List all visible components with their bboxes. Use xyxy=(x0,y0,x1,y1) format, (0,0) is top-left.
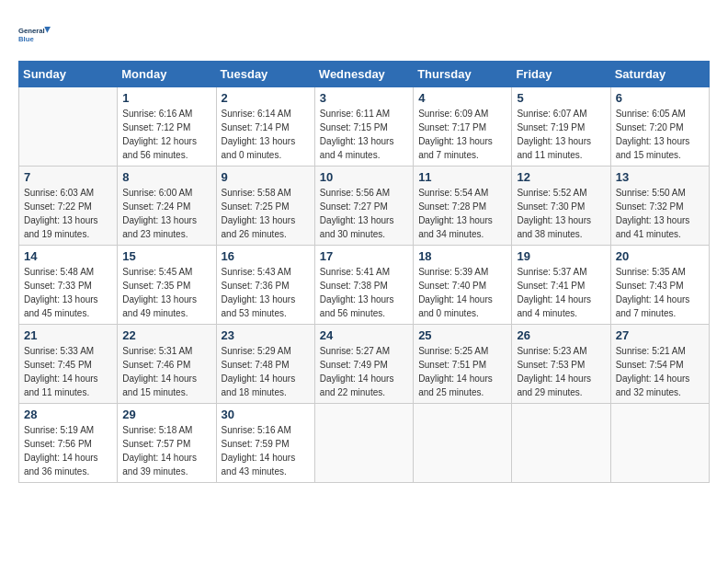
week-row-1: 1Sunrise: 6:16 AM Sunset: 7:12 PM Daylig… xyxy=(19,87,710,167)
calendar-cell: 6Sunrise: 6:05 AM Sunset: 7:20 PM Daylig… xyxy=(610,87,709,167)
day-info: Sunrise: 5:45 AM Sunset: 7:35 PM Dayligh… xyxy=(122,265,210,320)
week-row-4: 21Sunrise: 5:33 AM Sunset: 7:45 PM Dayli… xyxy=(19,325,710,404)
calendar-cell: 16Sunrise: 5:43 AM Sunset: 7:36 PM Dayli… xyxy=(216,246,314,325)
day-number: 1 xyxy=(122,91,210,105)
day-info: Sunrise: 5:18 AM Sunset: 7:57 PM Dayligh… xyxy=(122,423,210,478)
page-header: GeneralBlue xyxy=(18,18,710,52)
calendar-cell: 3Sunrise: 6:11 AM Sunset: 7:15 PM Daylig… xyxy=(314,87,413,167)
day-number: 13 xyxy=(616,170,704,184)
calendar-cell: 11Sunrise: 5:54 AM Sunset: 7:28 PM Dayli… xyxy=(414,167,512,246)
day-info: Sunrise: 6:11 AM Sunset: 7:15 PM Dayligh… xyxy=(320,107,408,162)
calendar-cell xyxy=(512,404,610,483)
day-number: 25 xyxy=(418,328,506,342)
calendar-cell: 26Sunrise: 5:23 AM Sunset: 7:53 PM Dayli… xyxy=(512,325,610,404)
day-info: Sunrise: 5:31 AM Sunset: 7:46 PM Dayligh… xyxy=(122,344,210,399)
day-info: Sunrise: 6:09 AM Sunset: 7:17 PM Dayligh… xyxy=(418,107,506,162)
calendar-cell: 28Sunrise: 5:19 AM Sunset: 7:56 PM Dayli… xyxy=(19,404,118,483)
calendar-cell: 17Sunrise: 5:41 AM Sunset: 7:38 PM Dayli… xyxy=(314,246,413,325)
logo: GeneralBlue xyxy=(18,18,55,52)
col-header-saturday: Saturday xyxy=(610,62,709,87)
calendar-cell: 10Sunrise: 5:56 AM Sunset: 7:27 PM Dayli… xyxy=(314,167,413,246)
day-info: Sunrise: 6:00 AM Sunset: 7:24 PM Dayligh… xyxy=(122,186,210,241)
calendar-cell xyxy=(19,87,118,167)
day-number: 18 xyxy=(418,249,506,263)
calendar-cell: 8Sunrise: 6:00 AM Sunset: 7:24 PM Daylig… xyxy=(118,167,216,246)
day-number: 16 xyxy=(222,249,310,263)
calendar-cell: 20Sunrise: 5:35 AM Sunset: 7:43 PM Dayli… xyxy=(610,246,709,325)
calendar-cell: 13Sunrise: 5:50 AM Sunset: 7:32 PM Dayli… xyxy=(610,167,709,246)
col-header-friday: Friday xyxy=(512,62,610,87)
day-info: Sunrise: 5:50 AM Sunset: 7:32 PM Dayligh… xyxy=(616,186,704,241)
day-number: 5 xyxy=(517,91,605,105)
header-row: SundayMondayTuesdayWednesdayThursdayFrid… xyxy=(19,62,710,87)
calendar-cell: 9Sunrise: 5:58 AM Sunset: 7:25 PM Daylig… xyxy=(216,167,314,246)
calendar-cell: 4Sunrise: 6:09 AM Sunset: 7:17 PM Daylig… xyxy=(414,87,512,167)
day-info: Sunrise: 5:58 AM Sunset: 7:25 PM Dayligh… xyxy=(222,186,310,241)
day-number: 3 xyxy=(320,91,408,105)
day-info: Sunrise: 5:23 AM Sunset: 7:53 PM Dayligh… xyxy=(517,344,605,399)
day-number: 7 xyxy=(24,170,112,184)
day-number: 8 xyxy=(122,170,210,184)
day-info: Sunrise: 5:43 AM Sunset: 7:36 PM Dayligh… xyxy=(222,265,310,320)
day-number: 6 xyxy=(616,91,704,105)
day-number: 28 xyxy=(24,408,112,421)
calendar-cell: 14Sunrise: 5:48 AM Sunset: 7:33 PM Dayli… xyxy=(19,246,118,325)
calendar-cell xyxy=(610,404,709,483)
day-number: 4 xyxy=(418,91,506,105)
day-info: Sunrise: 5:37 AM Sunset: 7:41 PM Dayligh… xyxy=(517,265,605,320)
calendar-cell: 2Sunrise: 6:14 AM Sunset: 7:14 PM Daylig… xyxy=(216,87,314,167)
day-number: 19 xyxy=(517,249,605,263)
day-number: 15 xyxy=(122,249,210,263)
day-info: Sunrise: 5:48 AM Sunset: 7:33 PM Dayligh… xyxy=(24,265,112,320)
day-info: Sunrise: 5:29 AM Sunset: 7:48 PM Dayligh… xyxy=(222,344,310,399)
calendar-cell: 29Sunrise: 5:18 AM Sunset: 7:57 PM Dayli… xyxy=(118,404,216,483)
day-info: Sunrise: 5:25 AM Sunset: 7:51 PM Dayligh… xyxy=(418,344,506,399)
day-info: Sunrise: 5:16 AM Sunset: 7:59 PM Dayligh… xyxy=(222,423,310,478)
calendar-cell: 24Sunrise: 5:27 AM Sunset: 7:49 PM Dayli… xyxy=(314,325,413,404)
calendar-cell: 23Sunrise: 5:29 AM Sunset: 7:48 PM Dayli… xyxy=(216,325,314,404)
day-info: Sunrise: 6:14 AM Sunset: 7:14 PM Dayligh… xyxy=(222,107,310,162)
day-info: Sunrise: 5:21 AM Sunset: 7:54 PM Dayligh… xyxy=(616,344,704,399)
day-number: 29 xyxy=(122,408,210,421)
week-row-5: 28Sunrise: 5:19 AM Sunset: 7:56 PM Dayli… xyxy=(19,404,710,483)
calendar-cell: 19Sunrise: 5:37 AM Sunset: 7:41 PM Dayli… xyxy=(512,246,610,325)
day-number: 17 xyxy=(320,249,408,263)
day-info: Sunrise: 6:07 AM Sunset: 7:19 PM Dayligh… xyxy=(517,107,605,162)
day-number: 20 xyxy=(616,249,704,263)
day-number: 23 xyxy=(222,328,310,342)
day-info: Sunrise: 5:39 AM Sunset: 7:40 PM Dayligh… xyxy=(418,265,506,320)
day-number: 30 xyxy=(222,408,310,421)
day-number: 11 xyxy=(418,170,506,184)
calendar-cell: 22Sunrise: 5:31 AM Sunset: 7:46 PM Dayli… xyxy=(118,325,216,404)
calendar-cell: 27Sunrise: 5:21 AM Sunset: 7:54 PM Dayli… xyxy=(610,325,709,404)
calendar-cell: 30Sunrise: 5:16 AM Sunset: 7:59 PM Dayli… xyxy=(216,404,314,483)
day-number: 14 xyxy=(24,249,112,263)
week-row-2: 7Sunrise: 6:03 AM Sunset: 7:22 PM Daylig… xyxy=(19,167,710,246)
day-number: 2 xyxy=(222,91,310,105)
day-info: Sunrise: 5:56 AM Sunset: 7:27 PM Dayligh… xyxy=(320,186,408,241)
col-header-monday: Monday xyxy=(118,62,216,87)
day-number: 21 xyxy=(24,328,112,342)
day-info: Sunrise: 5:19 AM Sunset: 7:56 PM Dayligh… xyxy=(24,423,112,478)
calendar-cell: 25Sunrise: 5:25 AM Sunset: 7:51 PM Dayli… xyxy=(414,325,512,404)
logo-icon: GeneralBlue xyxy=(18,18,51,52)
day-number: 9 xyxy=(222,170,310,184)
day-info: Sunrise: 5:27 AM Sunset: 7:49 PM Dayligh… xyxy=(320,344,408,399)
calendar-cell xyxy=(414,404,512,483)
day-number: 10 xyxy=(320,170,408,184)
calendar-cell: 21Sunrise: 5:33 AM Sunset: 7:45 PM Dayli… xyxy=(19,325,118,404)
day-info: Sunrise: 6:03 AM Sunset: 7:22 PM Dayligh… xyxy=(24,186,112,241)
col-header-tuesday: Tuesday xyxy=(216,62,314,87)
col-header-thursday: Thursday xyxy=(414,62,512,87)
col-header-sunday: Sunday xyxy=(19,62,118,87)
day-info: Sunrise: 5:52 AM Sunset: 7:30 PM Dayligh… xyxy=(517,186,605,241)
day-info: Sunrise: 5:54 AM Sunset: 7:28 PM Dayligh… xyxy=(418,186,506,241)
calendar-cell: 7Sunrise: 6:03 AM Sunset: 7:22 PM Daylig… xyxy=(19,167,118,246)
svg-marker-2 xyxy=(44,27,51,33)
calendar-cell: 5Sunrise: 6:07 AM Sunset: 7:19 PM Daylig… xyxy=(512,87,610,167)
day-info: Sunrise: 6:16 AM Sunset: 7:12 PM Dayligh… xyxy=(122,107,210,162)
day-number: 26 xyxy=(517,328,605,342)
day-info: Sunrise: 6:05 AM Sunset: 7:20 PM Dayligh… xyxy=(616,107,704,162)
day-number: 24 xyxy=(320,328,408,342)
svg-text:Blue: Blue xyxy=(18,35,34,43)
